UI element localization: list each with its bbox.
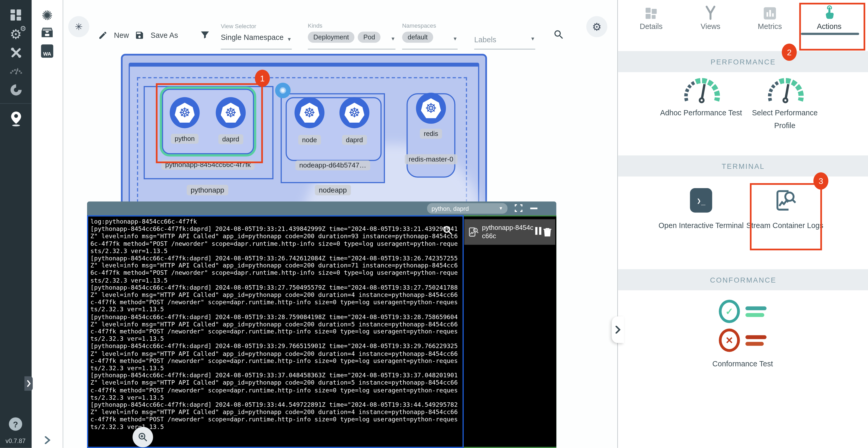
- group-label-nodeapp: nodeapp: [315, 185, 351, 195]
- dashboard-icon[interactable]: [0, 9, 32, 21]
- rail-expand-chevron-icon[interactable]: [32, 436, 63, 444]
- annotation-badge-3: 3: [813, 172, 828, 189]
- views-branch-icon: [681, 0, 741, 20]
- fullscreen-icon[interactable]: [515, 204, 523, 214]
- tab-views[interactable]: Views: [681, 0, 741, 36]
- namespace-chip[interactable]: default: [402, 32, 433, 43]
- chevron-down-icon: ▼: [499, 206, 503, 211]
- conformance-test-card[interactable]: ✓ ✕ Conformance Test: [698, 300, 787, 370]
- tab-details[interactable]: Details: [621, 0, 681, 36]
- version-label: v0.7.87: [5, 437, 26, 444]
- trash-icon[interactable]: [543, 227, 552, 237]
- view-selector-field[interactable]: View Selector Single Namespace ▼: [221, 23, 292, 41]
- canvas-area: ✳ New Save As View Selector Single Names…: [63, 0, 617, 448]
- dapr-pinwheel-icon[interactable]: ✺: [32, 8, 63, 24]
- help-icon[interactable]: ?: [9, 417, 22, 431]
- configuration-tools-icon[interactable]: [0, 47, 32, 59]
- chevron-down-icon: ▼: [287, 36, 292, 42]
- kanvas-pin-icon[interactable]: [0, 111, 32, 126]
- terminal-session-list: pythonapp-8454cc66c: [464, 216, 556, 447]
- log-output[interactable]: log:pythonapp-8454cc66c-4f7fk [pythonapp…: [87, 215, 464, 448]
- namespaces-field[interactable]: Namespaces default ▼: [402, 22, 458, 43]
- select-performance-profile-card[interactable]: Select Performance Profile: [741, 77, 829, 132]
- settings-gear-button[interactable]: ⚙: [586, 16, 607, 37]
- section-header-performance: PERFORMANCE: [618, 51, 868, 72]
- log-search-icon[interactable]: [442, 225, 453, 238]
- flower-icon: ✳: [75, 21, 83, 33]
- pod-name-label: redis-master-0: [405, 154, 457, 164]
- terminal-icon: ❯_: [690, 188, 712, 213]
- dapr-spiral-badge-icon: ✺: [275, 83, 291, 98]
- canvas-menu-button[interactable]: ✳: [68, 16, 89, 37]
- conformance-pass-icon: ✓: [698, 300, 787, 323]
- pencil-icon: [98, 31, 108, 40]
- extensions-icon[interactable]: [0, 83, 32, 96]
- log-terminal-window: python, daprd ▼ log:pythonapp-8454cc66c-…: [87, 202, 556, 448]
- kinds-field[interactable]: Kinds Deployment Pod ▼: [308, 22, 396, 43]
- filter-funnel-icon[interactable]: [200, 29, 210, 43]
- session-tab[interactable]: pythonapp-8454cc66c: [464, 219, 555, 245]
- gear-icon: ⚙: [592, 20, 601, 33]
- terminal-body: log:pythonapp-8454cc66c-4f7fk [pythonapp…: [87, 215, 556, 448]
- gauge-icon: [682, 77, 720, 104]
- minimize-icon[interactable]: [530, 208, 538, 209]
- annotation-box-3: [750, 183, 822, 250]
- open-interactive-terminal-card[interactable]: ❯_ Open Interactive Terminal: [657, 188, 745, 232]
- lifecycle-gears-icon[interactable]: ⚙⚙: [0, 27, 32, 42]
- conformance-fail-icon: ✕: [698, 328, 787, 352]
- group-label-pythonapp: pythonapp: [187, 185, 228, 195]
- panel-collapse-handle[interactable]: [612, 317, 624, 343]
- container-selector-dropdown[interactable]: python, daprd ▼: [427, 203, 507, 214]
- sidebar-expand-handle[interactable]: [25, 376, 33, 391]
- kubernetes-wheel-icon: ☸: [425, 101, 437, 115]
- kubernetes-wheel-icon: ☸: [304, 106, 315, 119]
- container-label: node: [298, 135, 321, 145]
- container-redis[interactable]: ☸: [416, 93, 446, 124]
- gauge-icon: [766, 77, 804, 104]
- chevron-down-icon: ▼: [453, 36, 458, 41]
- kind-chip[interactable]: Deployment: [308, 32, 354, 43]
- pause-icon[interactable]: [535, 227, 543, 237]
- tab-metrics[interactable]: Metrics: [740, 0, 800, 36]
- adhoc-performance-card[interactable]: Adhoc Performance Test: [657, 77, 745, 120]
- container-label: redis: [420, 129, 442, 139]
- container-label: daprd: [342, 135, 367, 145]
- container-node[interactable]: ☸: [294, 97, 324, 128]
- archive-inbox-icon[interactable]: [32, 27, 63, 39]
- metrics-bars-icon: [740, 0, 800, 20]
- chevron-down-icon: ▼: [530, 36, 535, 41]
- terminal-header[interactable]: python, daprd ▼: [87, 202, 556, 215]
- chevron-down-icon: ▼: [391, 36, 396, 41]
- left-sidebar: ⚙⚙ ? v0.7.87: [0, 0, 32, 448]
- stream-logs-icon: [467, 227, 479, 238]
- kind-chip[interactable]: Pod: [358, 32, 381, 43]
- save-icon: [135, 31, 144, 40]
- container-daprd[interactable]: ☸: [339, 97, 369, 128]
- kubernetes-wheel-icon: ☸: [348, 106, 360, 119]
- annotation-badge-2: 2: [782, 43, 797, 61]
- search-icon[interactable]: [553, 29, 565, 43]
- pod-name-label: nodeapp-d64b5747…: [296, 160, 370, 170]
- annotation-box-1: [156, 83, 263, 163]
- extensions-rail: ✺ WA: [32, 0, 63, 448]
- right-details-panel: Details Views Metrics Actions 2 PERFORMA…: [617, 0, 868, 448]
- sidebar-divider: [0, 103, 32, 104]
- section-header-conformance: CONFORMANCE: [618, 269, 868, 290]
- annotation-badge-1: 1: [255, 70, 270, 87]
- performance-gauge-icon[interactable]: [0, 64, 32, 76]
- section-header-terminal: TERMINAL: [618, 155, 868, 177]
- labels-filter-field[interactable]: Labels ▼: [474, 34, 535, 44]
- annotation-box-2: [799, 3, 865, 51]
- canvas-zoom-button[interactable]: [132, 427, 153, 447]
- save-as-button[interactable]: Save As: [135, 31, 178, 42]
- new-button[interactable]: New: [98, 31, 129, 42]
- details-grid-icon: [621, 0, 681, 20]
- webassembly-icon[interactable]: WA: [32, 44, 63, 58]
